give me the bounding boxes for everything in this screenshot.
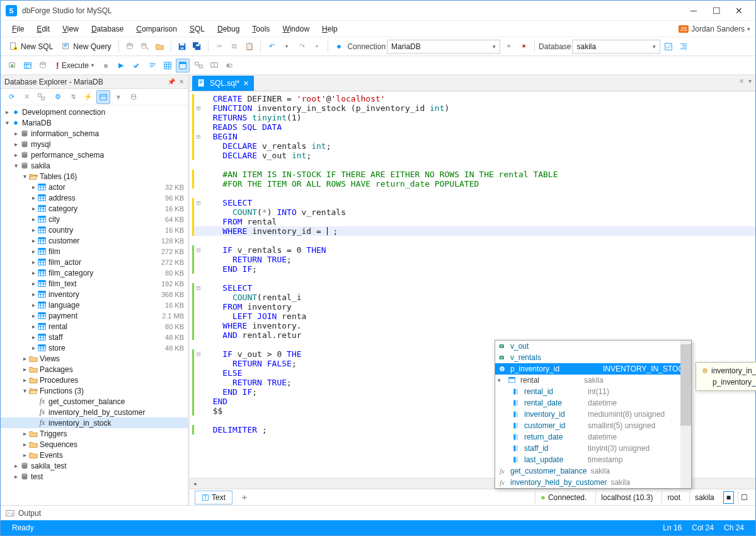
database-combo[interactable]: sakila▾	[572, 40, 660, 54]
close-panel-icon[interactable]: ✕	[179, 78, 184, 85]
tree-node-mariadb[interactable]: ▾MariaDB	[1, 117, 188, 128]
tree-node-procedures[interactable]: ▸Procedures	[1, 375, 188, 385]
user-name[interactable]: Jordan Sanders	[691, 25, 745, 33]
tree-node-film[interactable]: ▸film272 KB	[1, 246, 188, 257]
check2-icon[interactable]	[129, 59, 143, 73]
indent-icon[interactable]	[677, 40, 690, 54]
menu-window[interactable]: Window	[276, 22, 316, 36]
tree-node-language[interactable]: ▸language16 KB	[1, 300, 188, 310]
tree-node-rental[interactable]: ▸rental80 KB	[1, 321, 188, 332]
tree-node-category[interactable]: ▸category16 KB	[1, 203, 188, 214]
table-icon[interactable]	[21, 59, 35, 73]
menu-help[interactable]: Help	[316, 22, 344, 36]
tree-node-triggers[interactable]: ▸Triggers	[1, 428, 188, 439]
filter-icon[interactable]: ▼	[112, 90, 125, 104]
db-edit-button[interactable]	[138, 40, 152, 54]
menu-debug[interactable]: Debug	[211, 22, 246, 36]
menu-sql[interactable]: SQL	[183, 22, 211, 36]
tree-node-sakila[interactable]: ▾sakila	[1, 160, 188, 171]
tree1-icon[interactable]: ⚙	[51, 90, 65, 104]
delete-icon[interactable]: ✕	[20, 90, 33, 104]
tree-node-development-connection[interactable]: ▸Development connection	[1, 107, 188, 117]
window-icon[interactable]	[192, 59, 206, 73]
tree-node-test[interactable]: ▸test	[1, 471, 188, 482]
add-result-tab[interactable]: ＋	[236, 492, 253, 503]
user-dropdown-caret-icon[interactable]: ▾	[747, 26, 750, 32]
tree-node-address[interactable]: ▸address96 KB	[1, 192, 188, 203]
new-query-button[interactable]: New Query	[58, 40, 115, 54]
tree-node-payment[interactable]: ▸payment2.1 MB	[1, 310, 188, 321]
menu-database[interactable]: Database	[85, 22, 130, 36]
menu-view[interactable]: View	[56, 22, 85, 36]
ac-item-v_out[interactable]: Vv_out	[495, 341, 691, 352]
cut-button[interactable]: ✂	[212, 40, 226, 54]
ac-item-return_date[interactable]: return_datedatetime	[495, 431, 691, 443]
output-panel-toggle[interactable]: Output	[1, 505, 755, 520]
undo-caret[interactable]: ▾	[280, 40, 294, 54]
tree3-icon[interactable]: ⚡	[81, 90, 95, 104]
db-icon-button[interactable]	[123, 40, 137, 54]
ac-item-inventory_held_by_customer[interactable]: fxinventory_held_by_customersakila	[495, 477, 691, 488]
doc-tab-active[interactable]: SQL.sql* ✕	[192, 76, 254, 91]
ac-item-v_rentals[interactable]: Vv_rentals	[495, 352, 691, 363]
tree5-icon[interactable]	[127, 90, 140, 104]
layout-toggle-2[interactable]: ☐	[738, 491, 750, 504]
tree-node-film-actor[interactable]: ▸film_actor272 KB	[1, 257, 188, 267]
tree-node-events[interactable]: ▸Events	[1, 450, 188, 460]
folder-open-button[interactable]	[153, 40, 167, 54]
connect-icon[interactable]	[332, 40, 346, 54]
tree-node-mysql[interactable]: ▸mysql	[1, 139, 188, 149]
tree-node-tables-16-[interactable]: ▾Tables (16)	[1, 171, 188, 182]
play-button[interactable]: ▶	[114, 59, 128, 73]
tab-overflow-icon[interactable]: ≡	[740, 78, 743, 84]
tree-node-city[interactable]: ▸city64 KB	[1, 214, 188, 224]
undo-button[interactable]: ↶	[265, 40, 278, 54]
tree-node-store[interactable]: ▸store48 KB	[1, 342, 188, 353]
tree-node-staff[interactable]: ▸staff48 KB	[1, 332, 188, 342]
ac-item-customer_id[interactable]: customer_idsmallint(5) unsigned	[495, 420, 691, 431]
menu-tools[interactable]: Tools	[246, 22, 276, 36]
tree-node-country[interactable]: ▸country16 KB	[1, 224, 188, 235]
ac-item-rental[interactable]: ▾rentalsakila	[495, 375, 691, 386]
copy-button[interactable]: ⧉	[227, 40, 241, 54]
save-all-button[interactable]	[190, 40, 204, 54]
new-sql-button[interactable]: ★ New SQL	[6, 40, 57, 54]
tree-node-functions-3-[interactable]: ▾Functions (3)	[1, 385, 188, 396]
check1-icon[interactable]	[662, 40, 675, 54]
tree-node-inventory-held-by-customer[interactable]: fxinventory_held_by_customer	[1, 407, 188, 417]
minimize-button[interactable]: ─	[682, 2, 705, 20]
redo-button[interactable]: ↷	[295, 40, 309, 54]
tree-node-information-schema[interactable]: ▸information_schema	[1, 128, 188, 139]
tree4-icon[interactable]	[96, 90, 110, 104]
maximize-button[interactable]: ☐	[705, 2, 728, 20]
tree-node-sakila-test[interactable]: ▸sakila_test	[1, 460, 188, 471]
tree-node-sequences[interactable]: ▸Sequences	[1, 439, 188, 450]
close-tab-icon[interactable]: ✕	[243, 79, 249, 88]
grid2-icon[interactable]	[176, 59, 190, 73]
grid1-icon[interactable]	[161, 59, 175, 73]
tree-node-inventory[interactable]: ▸inventory368 KB	[1, 289, 188, 300]
menu-comparison[interactable]: Comparison	[130, 22, 183, 36]
tree-node-packages[interactable]: ▸Packages	[1, 364, 188, 375]
grid3-icon[interactable]	[207, 59, 221, 73]
toggle-icon[interactable]	[222, 59, 236, 73]
tree-node-inventory-in-stock[interactable]: fxinventory_in_stock	[1, 417, 188, 428]
menu-file[interactable]: File	[6, 22, 30, 36]
pin-icon[interactable]: 📌	[168, 78, 175, 85]
ac-item-last_update[interactable]: last_updatetimestamp	[495, 454, 691, 465]
ac-item-staff_id[interactable]: staff_idtinyint(3) unsigned	[495, 443, 691, 454]
tree-node-views[interactable]: ▸Views	[1, 353, 188, 364]
tree-node-get-customer-balance[interactable]: fxget_customer_balance	[1, 396, 188, 407]
windows-icon[interactable]	[35, 90, 49, 104]
autocomplete-popup[interactable]: Vv_outVv_rentals@p_inventory_idINVENTORY…	[495, 340, 692, 489]
autocomplete-scrollbar[interactable]	[680, 341, 691, 488]
scroll-left-icon[interactable]: ◂	[190, 479, 200, 489]
tree-node-film-category[interactable]: ▸film_category80 KB	[1, 267, 188, 278]
tree-node-performance-schema[interactable]: ▸performance_schema	[1, 149, 188, 160]
paste-button[interactable]: 📋	[243, 40, 256, 54]
execute-button[interactable]: ! Execute ▾	[52, 59, 98, 73]
disconnect-icon[interactable]: ✶	[517, 40, 530, 54]
comment-icon[interactable]	[146, 59, 159, 73]
result-tab-text[interactable]: Text	[195, 491, 232, 504]
tree-view[interactable]: ▸Development connection▾MariaDB▸informat…	[1, 105, 188, 505]
